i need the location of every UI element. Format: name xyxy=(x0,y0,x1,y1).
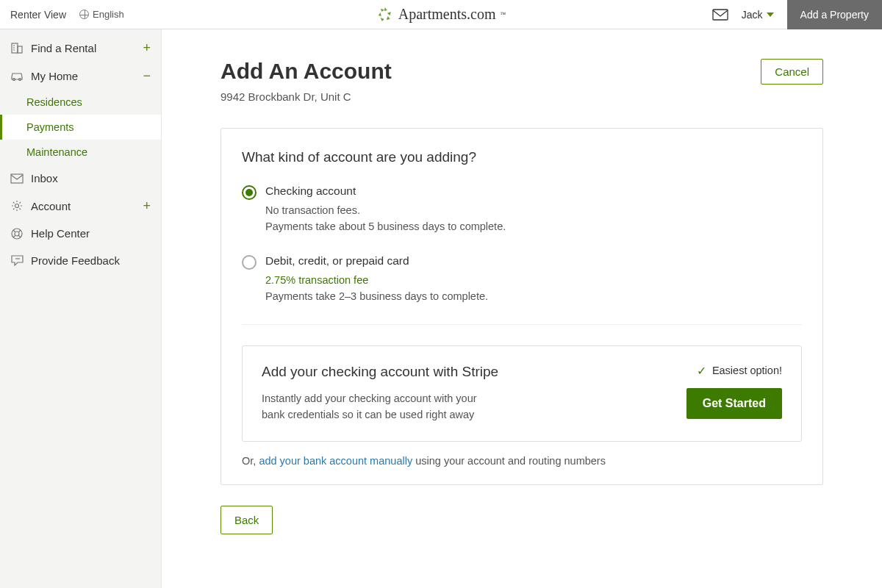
building-icon xyxy=(10,42,24,54)
envelope-icon xyxy=(10,173,24,184)
globe-icon xyxy=(79,10,89,19)
nav-label: Provide Feedback xyxy=(31,254,120,267)
car-icon xyxy=(10,70,24,82)
minus-icon[interactable]: − xyxy=(143,69,151,82)
sub-residences[interactable]: Residences xyxy=(0,90,161,115)
back-button[interactable]: Back xyxy=(220,506,273,534)
nav-label: Inbox xyxy=(31,172,58,184)
stripe-title: Add your checking account with Stripe xyxy=(262,364,669,380)
user-menu[interactable]: Jack xyxy=(742,9,774,21)
nav-label: Help Center xyxy=(31,227,90,240)
manual-link[interactable]: add your bank account manually xyxy=(259,455,412,467)
radio-card[interactable] xyxy=(242,255,257,270)
easiest-text: Easiest option! xyxy=(712,365,782,376)
language-selector[interactable]: English xyxy=(79,9,124,20)
divider xyxy=(242,324,802,325)
nav-help[interactable]: Help Center xyxy=(0,220,161,247)
mail-icon[interactable] xyxy=(712,9,728,21)
svg-point-11 xyxy=(15,232,19,236)
nav-inbox[interactable]: Inbox xyxy=(0,165,161,192)
nav-label: My Home xyxy=(31,70,78,82)
option-label: Debit, credit, or prepaid card xyxy=(265,254,802,268)
svg-rect-2 xyxy=(18,46,22,53)
nav-label: Find a Rental xyxy=(31,42,96,54)
lifebuoy-icon xyxy=(10,228,24,240)
manual-suffix: using your account and routing numbers xyxy=(412,455,606,467)
plus-icon[interactable]: + xyxy=(143,199,151,212)
cancel-button[interactable]: Cancel xyxy=(761,59,823,85)
option-card[interactable]: Debit, credit, or prepaid card 2.75% tra… xyxy=(242,254,802,305)
option-body: Debit, credit, or prepaid card 2.75% tra… xyxy=(265,254,802,305)
chat-icon xyxy=(10,255,24,267)
nav-my-home[interactable]: My Home − xyxy=(0,62,161,90)
logo-text: Apartments.com xyxy=(398,6,496,23)
logo-icon xyxy=(376,6,394,24)
sub-payments[interactable]: Payments xyxy=(0,115,161,140)
svg-line-14 xyxy=(13,235,15,237)
nav-label: Account xyxy=(31,200,71,212)
option-label: Checking account xyxy=(265,184,802,198)
checking-sub-2: Payments take about 5 business days to c… xyxy=(265,220,506,232)
easiest-badge: ✓ Easiest option! xyxy=(697,364,782,378)
svg-rect-0 xyxy=(713,10,728,20)
view-label: Renter View xyxy=(10,9,66,21)
svg-point-9 xyxy=(15,204,19,208)
chevron-down-icon xyxy=(767,12,774,17)
manual-prefix: Or, xyxy=(242,455,259,467)
header: Renter View English Apartments.com™ Jack… xyxy=(0,0,882,29)
radio-checking[interactable] xyxy=(242,185,257,200)
sidebar: Find a Rental + My Home − Residences Pay… xyxy=(0,29,162,588)
svg-line-15 xyxy=(19,235,21,237)
logo[interactable]: Apartments.com™ xyxy=(376,6,506,24)
main-content: Add An Account Cancel 9942 Brockbank Dr,… xyxy=(162,29,882,588)
option-body: Checking account No transaction fees. Pa… xyxy=(265,184,802,235)
page-header: Add An Account Cancel xyxy=(220,59,823,85)
language-label: English xyxy=(93,9,124,20)
nav-account[interactable]: Account + xyxy=(0,192,161,220)
sub-maintenance[interactable]: Maintenance xyxy=(0,140,161,165)
stripe-box: Add your checking account with Stripe In… xyxy=(242,345,802,442)
option-sub: 2.75% transaction fee Payments take 2–3 … xyxy=(265,272,802,305)
stripe-left: Add your checking account with Stripe In… xyxy=(262,364,669,423)
plus-icon[interactable]: + xyxy=(143,41,151,54)
page-title: Add An Account xyxy=(220,59,392,84)
svg-rect-8 xyxy=(11,174,23,183)
svg-line-13 xyxy=(19,230,21,232)
get-started-button[interactable]: Get Started xyxy=(686,388,782,419)
card-sub: Payments take 2–3 business days to compl… xyxy=(265,290,488,302)
add-property-button[interactable]: Add a Property xyxy=(787,0,882,29)
svg-line-12 xyxy=(13,230,15,232)
checking-sub-1: No transaction fees. xyxy=(265,204,360,216)
option-sub: No transaction fees. Payments take about… xyxy=(265,202,802,235)
stripe-desc: Instantly add your checking account with… xyxy=(262,390,497,423)
card-fee: 2.75% transaction fee xyxy=(265,274,368,286)
header-right: Jack Add a Property xyxy=(712,0,882,29)
account-type-card: What kind of account are you adding? Che… xyxy=(220,128,823,485)
check-icon: ✓ xyxy=(697,364,706,378)
header-left: Renter View English xyxy=(10,9,124,21)
nav-find-rental[interactable]: Find a Rental + xyxy=(0,34,161,62)
gear-icon xyxy=(10,200,24,212)
user-name: Jack xyxy=(742,9,763,21)
question-heading: What kind of account are you adding? xyxy=(242,149,802,165)
nav-feedback[interactable]: Provide Feedback xyxy=(0,247,161,274)
trademark: ™ xyxy=(500,11,506,18)
manual-row: Or, add your bank account manually using… xyxy=(242,455,802,467)
address-subtitle: 9942 Brockbank Dr, Unit C xyxy=(220,90,823,103)
stripe-right: ✓ Easiest option! Get Started xyxy=(686,364,782,419)
option-checking[interactable]: Checking account No transaction fees. Pa… xyxy=(242,184,802,235)
